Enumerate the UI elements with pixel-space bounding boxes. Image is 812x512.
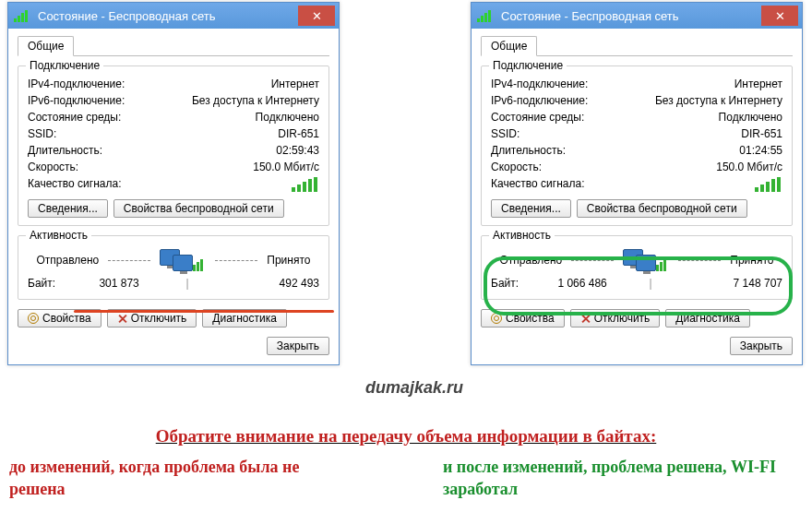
speed-value: 150.0 Мбит/с <box>716 161 782 173</box>
close-icon[interactable]: ✕ <box>761 6 798 26</box>
bytes-sent-value: 301 873 <box>55 277 183 290</box>
ipv6-label: IPv6-подключение: <box>491 94 588 107</box>
duration-value: 01:24:55 <box>739 144 782 157</box>
ipv6-label: IPv6-подключение: <box>28 94 125 107</box>
duration-label: Длительность: <box>491 144 566 157</box>
ssid-label: SSID: <box>28 127 56 140</box>
annotation-green-circle <box>484 256 793 316</box>
connection-group: Подключение IPv4-подключение:Интернет IP… <box>481 65 793 226</box>
close-button[interactable]: Закрыть <box>267 337 329 355</box>
tabs: Общие <box>481 36 793 56</box>
ipv4-value: Интернет <box>734 77 782 90</box>
wifi-props-button[interactable]: Свойства беспроводной сети <box>577 199 747 218</box>
media-label: Состояние среды: <box>28 111 121 124</box>
ipv4-label: IPv4-подключение: <box>491 77 588 90</box>
activity-group: Активность Отправлено Принято Байт: 301 … <box>18 235 329 300</box>
group-title: Активность <box>26 229 91 242</box>
ipv4-label: IPv4-подключение: <box>28 77 125 90</box>
group-title: Подключение <box>26 59 103 72</box>
divider <box>108 260 150 261</box>
group-title: Активность <box>489 229 555 242</box>
divider <box>215 260 257 261</box>
speed-label: Скорость: <box>491 161 542 173</box>
media-value: Подключено <box>719 111 782 124</box>
annotation-sub-left: до изменений, когда проблема была не реш… <box>9 456 332 501</box>
wifi-props-button[interactable]: Свойства беспроводной сети <box>113 199 284 218</box>
signal-quality-icon <box>755 177 782 192</box>
media-value: Подключено <box>256 111 319 124</box>
signal-icon <box>14 9 30 22</box>
details-button[interactable]: Сведения... <box>491 199 571 218</box>
speed-value: 150.0 Мбит/с <box>253 161 319 173</box>
connection-group: Подключение IPv4-подключение:Интернет IP… <box>18 65 329 226</box>
ipv6-value: Без доступа к Интернету <box>192 94 319 107</box>
monitors-icon <box>160 249 206 271</box>
close-button[interactable]: Закрыть <box>730 337 793 355</box>
signal-quality-icon <box>292 177 319 192</box>
annotation-sub-right: и после изменений, проблема решена, WI-F… <box>443 456 794 501</box>
quality-label: Качество сигнала: <box>28 177 121 192</box>
bytes-recv-value: 492 493 <box>192 277 319 290</box>
group-title: Подключение <box>489 59 567 72</box>
annotation-red-underline <box>74 310 334 313</box>
tab-general[interactable]: Общие <box>18 36 74 56</box>
sent-label: Отправлено <box>37 254 100 267</box>
quality-label: Качество сигнала: <box>491 177 584 192</box>
media-label: Состояние среды: <box>491 111 584 124</box>
window-title: Состояние - Беспроводная сеть <box>38 9 294 23</box>
annotation-headline: Обратите внимание на передачу объема инф… <box>0 426 812 447</box>
recv-label: Принято <box>267 254 310 267</box>
details-button[interactable]: Сведения... <box>28 199 108 218</box>
bytes-label: Байт: <box>28 277 55 290</box>
gear-icon <box>28 313 39 324</box>
tabs: Общие <box>18 36 329 56</box>
window-title: Состояние - Беспроводная сеть <box>501 9 758 23</box>
close-icon[interactable]: ✕ <box>298 6 335 26</box>
titlebar[interactable]: Состояние - Беспроводная сеть ✕ <box>8 3 339 29</box>
ssid-value: DIR-651 <box>278 127 319 140</box>
duration-value: 02:59:43 <box>276 144 319 157</box>
ipv6-value: Без доступа к Интернету <box>655 94 782 107</box>
titlebar[interactable]: Состояние - Беспроводная сеть ✕ <box>472 3 802 29</box>
watermark-text: dumajkak.ru <box>365 378 463 398</box>
tab-general[interactable]: Общие <box>481 36 537 56</box>
duration-label: Длительность: <box>28 144 102 157</box>
ipv4-value: Интернет <box>271 77 319 90</box>
disconnect-icon <box>117 314 127 324</box>
ssid-label: SSID: <box>491 127 519 140</box>
speed-label: Скорость: <box>28 161 78 173</box>
signal-icon <box>477 9 494 22</box>
ssid-value: DIR-651 <box>741 127 782 140</box>
